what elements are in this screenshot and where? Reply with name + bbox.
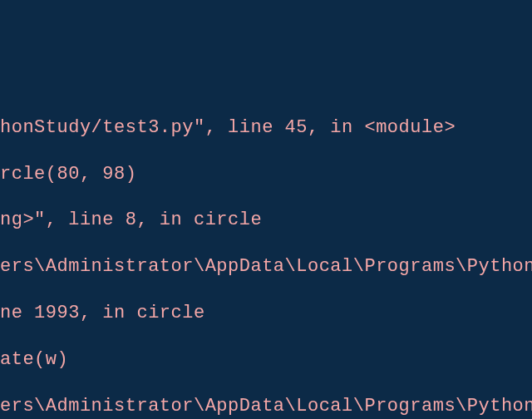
traceback-line: honStudy/test3.py", line 45, in <module> [0, 116, 532, 140]
traceback-line: ate(w) [0, 348, 532, 372]
traceback-line: ng>", line 8, in circle [0, 209, 532, 232]
traceback-line: ers\Administrator\AppData\Local\Programs… [0, 395, 532, 418]
terminal-output: honStudy/test3.py", line 45, in <module>… [0, 93, 532, 419]
traceback-line: ne 1993, in circle [0, 302, 532, 325]
traceback-line: ers\Administrator\AppData\Local\Programs… [0, 255, 532, 279]
traceback-line: rcle(80, 98) [0, 163, 532, 186]
